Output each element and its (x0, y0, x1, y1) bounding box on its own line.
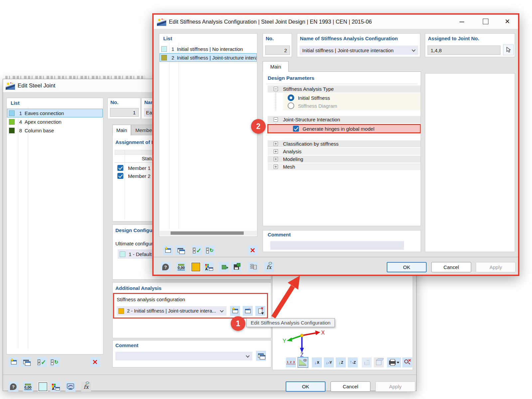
apply-button[interactable]: Apply (375, 381, 415, 392)
copy-comment-button[interactable] (256, 351, 266, 361)
comment-header: Comment (115, 342, 138, 348)
tree-group-classification[interactable]: Classification by stiffness (268, 140, 421, 147)
color-grid-a-icon: A (52, 384, 59, 390)
annotated-dialog-outline: Edit Stiffness Analysis Configuration | … (152, 13, 519, 276)
generate-hinges-checkbox[interactable] (293, 126, 299, 132)
member-row-2[interactable]: Member 2 (115, 172, 151, 180)
view-z-button[interactable]: ↓Z (336, 357, 346, 367)
tree-group-analysis[interactable]: Analysis (268, 148, 421, 155)
formula-button[interactable]: fx (81, 382, 91, 392)
select-all-button[interactable]: ✓ (37, 357, 47, 367)
no-label: No. (266, 36, 274, 41)
isometric-view-button[interactable] (362, 357, 372, 367)
close-icon[interactable]: ✕ (505, 18, 510, 25)
copy-config-button[interactable] (176, 245, 186, 255)
design-parameters-panel: Design Parameters Stiffness Analysis Typ… (263, 71, 421, 226)
help-button[interactable]: ? (161, 262, 171, 272)
no-label: No. (110, 99, 118, 105)
comment-dropdown[interactable] (115, 352, 252, 360)
app-icon (157, 18, 166, 27)
axis-y-label: Y (283, 338, 286, 344)
expand-icon[interactable] (274, 149, 278, 154)
save-template-button[interactable] (231, 262, 241, 272)
list-item-column-base[interactable]: 8 Column base (7, 126, 103, 135)
tree-group-stiffness-type[interactable]: Stiffness Analysis Type (268, 85, 421, 92)
tab-main-front[interactable]: Main (263, 61, 289, 72)
cancel-button[interactable]: Cancel (431, 262, 471, 272)
color-swatch-button[interactable] (191, 262, 201, 272)
copy-item-button[interactable] (21, 357, 31, 367)
invert-selection-button[interactable]: ↻ (205, 245, 215, 255)
maximize-icon[interactable] (483, 19, 488, 24)
radio-unselected-icon[interactable] (288, 102, 294, 109)
invert-selection-icon (206, 248, 209, 253)
bottom-divider (154, 257, 518, 257)
expand-icon[interactable] (274, 165, 278, 169)
select-all-button[interactable]: ✓ (192, 245, 202, 255)
chevron-down-icon (412, 48, 415, 52)
member1-checkbox[interactable] (117, 165, 123, 171)
measure-view-button[interactable] (298, 357, 308, 367)
display-properties-button[interactable]: A (203, 262, 213, 272)
radio-selected-icon[interactable] (288, 94, 294, 101)
copy-sheets-icon (258, 353, 264, 358)
units-button[interactable]: 0,00 (23, 382, 33, 392)
minimize-icon[interactable] (460, 22, 464, 22)
database-button[interactable] (248, 262, 258, 272)
member-row-1[interactable]: Member 1 (115, 164, 151, 172)
rendering-button[interactable] (66, 382, 75, 392)
ok-button[interactable]: OK (286, 381, 326, 392)
delete-x-icon: ✕ (92, 358, 98, 366)
stiffness-dialog-titlebar[interactable]: Edit Stiffness Analysis Configuration | … (154, 15, 518, 29)
expand-icon[interactable] (274, 157, 278, 161)
collapse-icon[interactable] (274, 87, 278, 91)
assigned-joints-input[interactable]: 1,4,8 (428, 46, 500, 55)
units-button[interactable]: 0,00 (176, 262, 186, 272)
tab-main[interactable]: Main (112, 125, 131, 135)
config-no-input[interactable]: 2 (265, 46, 290, 55)
generate-hinges-row-highlight[interactable]: Generate hinges in global model (267, 124, 421, 133)
new-config-button[interactable] (163, 245, 173, 255)
export-button[interactable] (219, 262, 229, 272)
joint-no-input[interactable]: 1 (110, 108, 139, 117)
annotation-marker-1: 1 (231, 316, 245, 331)
tree-group-mesh[interactable]: Mesh (268, 163, 421, 170)
comment-input[interactable] (270, 241, 404, 250)
radio-row-initial-stiffness[interactable]: Initial Stiffness (288, 94, 330, 102)
help-button[interactable]: ? (8, 382, 18, 392)
radio-row-stiffness-diagram[interactable]: Stiffness Diagram (288, 102, 337, 110)
display-properties-button[interactable]: A (50, 382, 60, 392)
new-item-button[interactable] (9, 357, 19, 367)
view-x-button[interactable]: ↓X (312, 357, 322, 367)
tooltip: Edit Stiffness Analysis Configuration (246, 318, 335, 327)
cancel-button[interactable]: Cancel (331, 381, 370, 392)
scrollbar-thumb[interactable] (171, 231, 244, 235)
apply-button[interactable]: Apply (476, 262, 516, 272)
current-color-swatch (192, 263, 200, 271)
set-square-eye-icon (299, 359, 307, 366)
view-minus-y-button[interactable]: ↓-Y (324, 357, 334, 367)
invert-selection-button[interactable]: ↻ (50, 357, 60, 367)
numbering-toggle-button[interactable]: 1 2 3 (286, 357, 296, 367)
cube-view-button[interactable] (374, 357, 384, 367)
member2-checkbox[interactable] (117, 173, 123, 179)
zoom-cancel-button[interactable] (402, 357, 412, 367)
units-icon: 0,00 (178, 264, 185, 270)
config-name-dropdown[interactable]: Initial stiffness | Joint-structure inte… (300, 46, 418, 55)
color-swatch-button[interactable] (38, 382, 48, 392)
print-button[interactable] (387, 357, 401, 367)
list-item-apex[interactable]: 4 Apex connection (7, 117, 103, 126)
delete-config-button[interactable]: ✕ (248, 245, 258, 255)
select-joints-button[interactable] (503, 45, 514, 55)
ok-button[interactable]: OK (387, 262, 427, 272)
list-item-eaves[interactable]: 1 Eaves connection (7, 109, 103, 117)
config-item-1[interactable]: 1 Initial stiffness | No interaction (160, 45, 257, 53)
view-minus-z-button[interactable]: ↓-Z (348, 357, 358, 367)
tree-group-modeling[interactable]: Modeling (268, 156, 421, 163)
tree-group-interaction[interactable]: Joint-Structure Interaction (268, 116, 421, 123)
collapse-icon[interactable] (274, 117, 278, 122)
delete-item-button[interactable]: ✕ (90, 357, 100, 367)
joint-no-panel: No. 1 (107, 98, 141, 119)
expand-icon[interactable] (274, 142, 278, 146)
config-item-2[interactable]: 2 Initial stiffness | Joint-structure in… (160, 53, 257, 62)
